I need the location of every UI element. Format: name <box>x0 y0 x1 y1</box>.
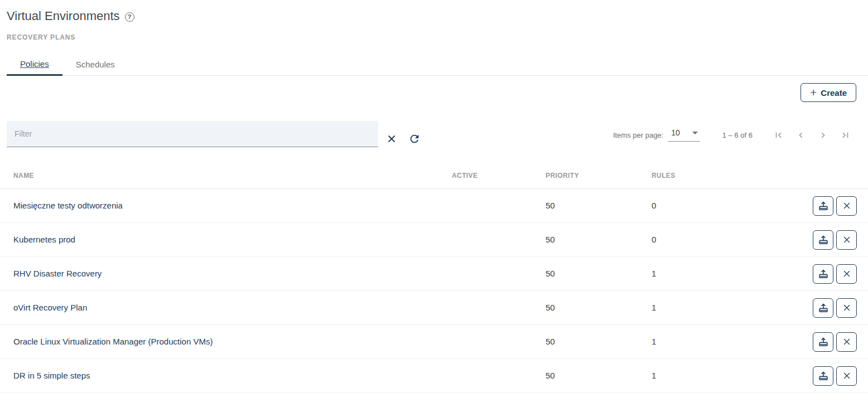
table-row: RHV Disaster Recovery 50 1 <box>0 257 868 291</box>
restore-icon <box>817 336 830 348</box>
restore-icon <box>817 234 830 246</box>
page-size-select[interactable]: 10 <box>668 128 700 142</box>
delete-button[interactable] <box>836 264 857 284</box>
rules-value: 0 <box>652 201 656 210</box>
delete-button[interactable] <box>836 230 857 250</box>
last-page-button[interactable] <box>834 124 856 146</box>
rules-value: 1 <box>652 337 656 346</box>
rules-value: 1 <box>652 303 656 312</box>
items-per-page-label: Items per page: <box>613 131 663 139</box>
priority-value: 50 <box>546 337 555 346</box>
chevron-left-icon <box>795 130 806 140</box>
restore-button[interactable] <box>813 332 833 352</box>
column-header-rules: RULES <box>652 172 758 180</box>
policy-name-link[interactable]: RHV Disaster Recovery <box>13 269 102 278</box>
virtual-environments-page: Virtual Environments ? RECOVERY PLANS Po… <box>0 0 868 417</box>
chevron-down-icon <box>692 132 698 134</box>
close-icon <box>842 269 852 279</box>
first-page-button[interactable] <box>767 124 789 146</box>
restore-icon <box>817 370 830 382</box>
restore-button[interactable] <box>813 196 833 216</box>
first-page-icon <box>773 130 784 140</box>
close-icon <box>842 371 852 381</box>
table-row: Oracle Linux Virtualization Manager (Pro… <box>0 325 868 359</box>
table-row: Miesięczne testy odtworzenia 50 0 <box>0 189 868 223</box>
priority-value: 50 <box>546 201 555 210</box>
page-title: Virtual Environments <box>7 9 120 23</box>
next-page-button[interactable] <box>812 124 834 146</box>
policies-table: NAME ACTIVE PRIORITY RULES Miesięczne te… <box>0 163 868 393</box>
chevron-right-icon <box>818 130 828 140</box>
refresh-button[interactable] <box>408 133 421 145</box>
delete-button[interactable] <box>836 196 857 216</box>
close-icon <box>386 133 397 144</box>
page-size-value: 10 <box>671 128 680 137</box>
restore-button[interactable] <box>813 264 833 284</box>
restore-button[interactable] <box>813 230 833 250</box>
priority-value: 50 <box>546 235 555 244</box>
delete-button[interactable] <box>836 298 857 318</box>
policy-name-link[interactable]: DR in 5 simple steps <box>13 371 90 380</box>
clear-filter-button[interactable] <box>386 133 397 144</box>
priority-value: 50 <box>546 371 555 380</box>
tab-policies[interactable]: Policies <box>7 53 62 76</box>
delete-button[interactable] <box>836 366 857 386</box>
priority-value: 50 <box>546 269 555 278</box>
restore-button[interactable] <box>813 366 833 386</box>
policy-name-link[interactable]: Kubernetes prod <box>13 235 75 244</box>
help-icon[interactable]: ? <box>125 12 134 22</box>
delete-button[interactable] <box>836 332 857 352</box>
close-icon <box>842 303 852 313</box>
policy-name-link[interactable]: oVirt Recovery Plan <box>13 303 87 312</box>
restore-button[interactable] <box>813 298 833 318</box>
toolbar: + Create <box>0 83 868 102</box>
column-header-name: NAME <box>0 172 452 180</box>
last-page-icon <box>840 130 851 140</box>
column-header-priority: PRIORITY <box>546 172 652 180</box>
table-row: oVirt Recovery Plan 50 1 <box>0 291 868 325</box>
policy-name-link[interactable]: Miesięczne testy odtworzenia <box>13 201 123 210</box>
filter-input[interactable] <box>7 121 378 147</box>
table-header: NAME ACTIVE PRIORITY RULES <box>0 163 868 189</box>
section-label: RECOVERY PLANS <box>7 33 868 41</box>
priority-value: 50 <box>546 303 555 312</box>
paginator-nav <box>767 124 856 146</box>
plus-icon: + <box>810 86 817 98</box>
range-label: 1 – 6 of 6 <box>722 131 753 139</box>
tab-bar: Policies Schedules <box>0 53 868 76</box>
table-row: DR in 5 simple steps 50 1 <box>0 359 868 393</box>
restore-icon <box>817 302 830 314</box>
tab-schedules[interactable]: Schedules <box>62 53 128 76</box>
create-button-label: Create <box>821 88 847 98</box>
restore-icon <box>817 200 830 212</box>
previous-page-button[interactable] <box>789 124 812 146</box>
table-row: Kubernetes prod 50 0 <box>0 223 868 257</box>
close-icon <box>842 337 852 347</box>
rules-value: 0 <box>652 235 656 244</box>
policy-name-link[interactable]: Oracle Linux Virtualization Manager (Pro… <box>13 337 213 346</box>
rules-value: 1 <box>652 269 656 278</box>
paginator: Items per page: 10 1 – 6 of 6 <box>613 124 856 146</box>
close-icon <box>842 235 852 245</box>
refresh-icon <box>408 133 421 145</box>
close-icon <box>842 201 852 211</box>
column-header-active: ACTIVE <box>452 172 546 180</box>
restore-icon <box>817 268 830 280</box>
rules-value: 1 <box>652 371 656 380</box>
page-header: Virtual Environments ? RECOVERY PLANS <box>0 0 868 41</box>
create-button[interactable]: + Create <box>801 83 856 102</box>
filter-row: Items per page: 10 1 – 6 of 6 <box>0 121 868 147</box>
